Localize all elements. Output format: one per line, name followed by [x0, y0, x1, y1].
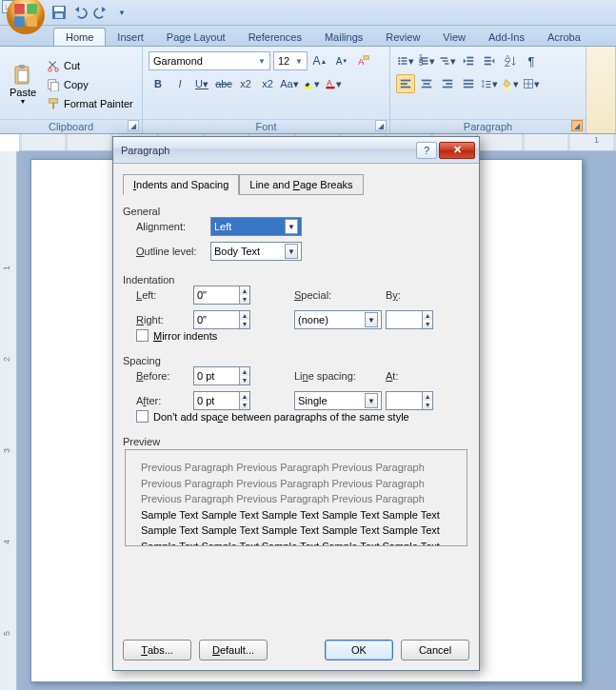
paragraph-launcher[interactable]: ◢ [571, 120, 583, 131]
font-color-button[interactable]: A▾ [324, 74, 343, 93]
spacing-at-input[interactable]: ▲▼ [386, 391, 433, 410]
align-right-button[interactable] [438, 74, 457, 93]
underline-button[interactable]: U▾ [192, 74, 211, 93]
align-center-button[interactable] [417, 74, 436, 93]
svg-point-26 [398, 63, 400, 65]
tab-insert[interactable]: Insert [106, 29, 155, 46]
ribbon: Paste ▼ Cut Copy Format Painter Clipbo [0, 47, 616, 134]
svg-rect-6 [54, 7, 64, 11]
tabs-button[interactable]: Tabs... [123, 640, 191, 660]
group-styles-partial [586, 47, 616, 133]
italic-button[interactable]: I [170, 74, 189, 93]
quick-access-toolbar: ▼ [51, 5, 129, 20]
svg-rect-3 [14, 16, 25, 27]
line-spacing-select[interactable]: Single▼ [294, 391, 382, 410]
svg-rect-18 [364, 56, 368, 60]
cut-button[interactable]: Cut [44, 57, 136, 74]
qat-dropdown-icon[interactable]: ▼ [114, 5, 129, 20]
change-case-button[interactable]: Aa▾ [280, 74, 299, 93]
highlight-button[interactable]: ▾ [302, 74, 321, 93]
alignment-select[interactable]: Left▼ [210, 217, 302, 236]
tab-addins[interactable]: Add-Ins [477, 29, 536, 46]
tab-review[interactable]: Review [374, 29, 431, 46]
clear-formatting-icon[interactable]: A [354, 51, 373, 70]
indent-special-label: Special: [294, 289, 361, 301]
tab-indents-spacing[interactable]: Indents and Spacing [123, 174, 239, 195]
multilevel-list-button[interactable]: ▾ [438, 51, 457, 70]
tab-references[interactable]: References [237, 29, 313, 46]
default-button[interactable]: Default... [199, 640, 268, 660]
tab-line-page-breaks[interactable]: Line and Page Breaks [239, 174, 363, 195]
dialog-title: Paragraph [121, 145, 169, 156]
svg-rect-60 [504, 88, 512, 89]
clipboard-launcher[interactable]: ◢ [128, 120, 139, 131]
ok-button[interactable]: OK [325, 640, 393, 660]
svg-rect-35 [443, 60, 448, 62]
mirror-indents-check[interactable]: Mirror indents [136, 329, 469, 342]
justify-button[interactable] [459, 74, 478, 93]
svg-rect-41 [485, 60, 491, 62]
svg-rect-57 [486, 81, 490, 82]
spacing-before-input[interactable]: ▲▼ [193, 366, 250, 385]
dialog-tabs: Indents and Spacing Line and Page Breaks [123, 173, 469, 194]
numbering-button[interactable]: 123▾ [417, 51, 436, 70]
group-label-clipboard: Clipboard ◢ [0, 119, 142, 133]
svg-rect-50 [422, 87, 432, 89]
align-left-button[interactable] [396, 74, 415, 93]
svg-rect-19 [305, 87, 313, 89]
format-painter-button[interactable]: Format Painter [44, 95, 136, 112]
cancel-button[interactable]: Cancel [401, 640, 469, 660]
outline-select[interactable]: Body Text▼ [210, 242, 302, 261]
tab-page-layout[interactable]: Page Layout [155, 29, 237, 46]
svg-rect-59 [486, 87, 490, 88]
paste-button[interactable]: Paste ▼ [6, 49, 40, 119]
dont-add-space-check[interactable]: Don't add space between paragraphs of th… [136, 410, 469, 423]
subscript-button[interactable]: x2 [236, 74, 255, 93]
indent-right-input[interactable]: ▲▼ [193, 310, 250, 329]
section-spacing: Spacing [123, 355, 469, 366]
shading-button[interactable]: ▾ [501, 74, 520, 93]
svg-rect-42 [485, 64, 491, 66]
font-launcher[interactable]: ◢ [375, 120, 387, 131]
svg-point-11 [49, 68, 52, 71]
copy-button[interactable]: Copy [44, 76, 136, 93]
tab-mailings[interactable]: Mailings [313, 29, 374, 46]
font-size-combo[interactable]: 12▼ [273, 51, 308, 70]
svg-text:A: A [327, 79, 332, 88]
tab-acrobat[interactable]: Acroba [536, 29, 592, 46]
indent-special-select[interactable]: (none)▼ [294, 310, 382, 329]
dialog-help-button[interactable]: ? [416, 142, 437, 159]
svg-rect-58 [486, 84, 490, 85]
dialog-titlebar[interactable]: Paragraph ? ✕ [113, 137, 479, 164]
save-icon[interactable] [51, 5, 67, 20]
borders-button[interactable]: ▾ [522, 74, 541, 93]
redo-icon[interactable] [93, 5, 109, 20]
line-spacing-button[interactable]: ▾ [480, 74, 499, 93]
indent-left-input[interactable]: ▲▼ [193, 286, 250, 305]
dialog-close-button[interactable]: ✕ [439, 142, 475, 159]
show-marks-button[interactable]: ¶ [522, 51, 541, 70]
bullets-button[interactable]: ▾ [396, 51, 415, 70]
superscript-button[interactable]: x2 [258, 74, 277, 93]
svg-rect-16 [52, 103, 54, 108]
font-name-combo[interactable]: Garamond▼ [149, 51, 270, 70]
vertical-ruler[interactable]: 1 2 3 4 5 [0, 151, 17, 690]
grow-font-icon[interactable]: A▲ [310, 51, 329, 70]
office-button[interactable] [4, 0, 48, 37]
tab-view[interactable]: View [431, 29, 477, 46]
indent-by-input[interactable]: ▲▼ [386, 310, 433, 329]
svg-rect-54 [464, 80, 474, 82]
svg-rect-48 [422, 80, 432, 82]
svg-rect-47 [401, 87, 411, 89]
undo-icon[interactable] [72, 5, 88, 20]
shrink-font-icon[interactable]: A▼ [332, 51, 351, 70]
increase-indent-button[interactable] [480, 51, 499, 70]
group-label-paragraph: Paragraph ◢ [390, 119, 586, 133]
spacing-after-input[interactable]: ▲▼ [193, 391, 250, 410]
decrease-indent-button[interactable] [459, 51, 478, 70]
svg-rect-40 [485, 57, 491, 59]
tab-home[interactable]: Home [53, 28, 106, 46]
strikethrough-button[interactable]: abc [214, 74, 233, 93]
bold-button[interactable]: B [149, 74, 168, 93]
sort-button[interactable]: AZ [501, 51, 520, 70]
